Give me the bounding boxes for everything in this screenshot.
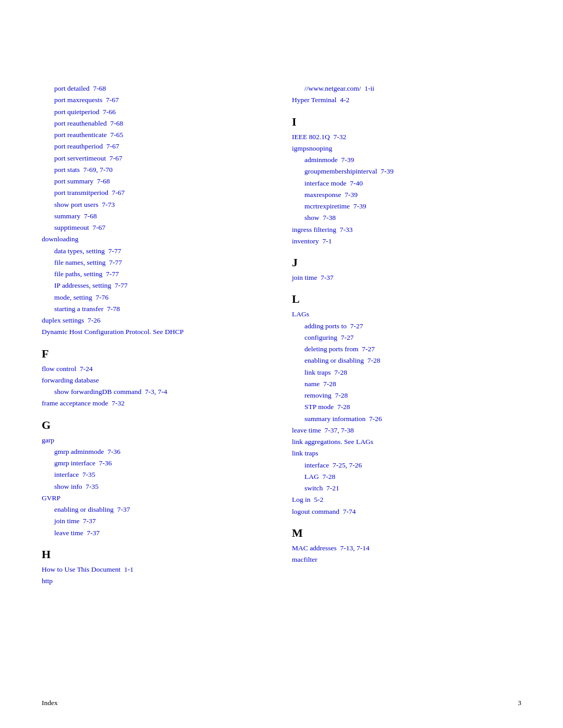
- list-item[interactable]: inventory 7-1: [292, 236, 521, 246]
- list-item[interactable]: summary 7-68: [42, 211, 271, 221]
- list-item[interactable]: mode, setting 7-76: [42, 292, 271, 303]
- section-letter-h: H: [42, 548, 271, 561]
- section-m: M MAC addresses 7-13, 7-14 macfilter: [292, 526, 521, 565]
- list-item[interactable]: adding ports to 7-27: [292, 321, 521, 331]
- section-letter-l: L: [292, 292, 521, 306]
- list-item[interactable]: garp: [42, 435, 271, 446]
- downloading-section: downloading data types, setting 7-77 fil…: [42, 234, 271, 314]
- list-item[interactable]: LAGs: [292, 309, 521, 319]
- list-item[interactable]: leave time 7-37, 7-38: [292, 425, 521, 436]
- list-item[interactable]: port quietperiod 7-66: [42, 107, 271, 117]
- list-item[interactable]: removing 7-28: [292, 390, 521, 401]
- list-item[interactable]: name 7-28: [292, 379, 521, 389]
- list-item[interactable]: enabling or disabling 7-28: [292, 355, 521, 366]
- list-item[interactable]: STP mode 7-28: [292, 402, 521, 412]
- section-letter-g: G: [42, 418, 271, 432]
- list-item[interactable]: file paths, setting 7-77: [42, 269, 271, 279]
- list-item[interactable]: MAC addresses 7-13, 7-14: [292, 543, 521, 553]
- misc-left: duplex settings 7-26 Dynamic Host Config…: [42, 315, 271, 338]
- list-item[interactable]: GVRP: [42, 493, 271, 503]
- section-letter-j: J: [292, 256, 521, 269]
- list-item[interactable]: port summary 7-68: [42, 176, 271, 187]
- list-item[interactable]: igmpsnooping: [292, 143, 521, 154]
- list-item[interactable]: port reauthenticate 7-65: [42, 130, 271, 140]
- list-item[interactable]: summary information 7-26: [292, 414, 521, 424]
- list-item[interactable]: adminmode 7-39: [292, 155, 521, 165]
- list-item[interactable]: port stats 7-69, 7-70: [42, 165, 271, 175]
- top-entries-right: //www.netgear.com/ 1-ii Hyper Terminal 4…: [292, 83, 521, 106]
- list-item[interactable]: interface 7-25, 7-26: [292, 460, 521, 471]
- list-item[interactable]: port reauthenabled 7-68: [42, 118, 271, 129]
- section-f: F flow control 7-24 forwarding database …: [42, 347, 271, 409]
- list-item[interactable]: link aggregations. See LAGs: [292, 437, 521, 447]
- list-item[interactable]: join time 7-37: [42, 516, 271, 526]
- list-item[interactable]: interface mode 7-40: [292, 178, 521, 189]
- section-g: G garp gmrp adminmode 7-36 gmrp interfac…: [42, 418, 271, 538]
- list-item[interactable]: port servertimeout 7-67: [42, 153, 271, 164]
- list-item[interactable]: duplex settings 7-26: [42, 315, 271, 326]
- right-column: //www.netgear.com/ 1-ii Hyper Terminal 4…: [292, 42, 521, 587]
- list-item[interactable]: mcrtrexpiretime 7-39: [292, 201, 521, 212]
- footer-left: Index: [42, 699, 58, 707]
- list-item[interactable]: macfilter: [292, 554, 521, 565]
- section-l: L LAGs adding ports to 7-27 configuring …: [292, 292, 521, 517]
- list-item[interactable]: Hyper Terminal 4-2: [292, 95, 521, 105]
- list-item[interactable]: supptimeout 7-67: [42, 223, 271, 233]
- list-item[interactable]: port maxrequests 7-67: [42, 95, 271, 105]
- list-item[interactable]: configuring 7-27: [292, 332, 521, 343]
- section-letter-f: F: [42, 347, 271, 361]
- list-item[interactable]: forwarding database: [42, 375, 271, 386]
- list-item[interactable]: show 7-38: [292, 213, 521, 223]
- list-item[interactable]: gmrp interface 7-36: [42, 458, 271, 468]
- list-item[interactable]: data types, setting 7-77: [42, 246, 271, 256]
- list-item[interactable]: leave time 7-37: [42, 528, 271, 538]
- list-item[interactable]: starting a transfer 7-78: [42, 304, 271, 314]
- list-item[interactable]: downloading: [42, 234, 271, 244]
- left-column: port detailed 7-68 port maxrequests 7-67…: [42, 42, 271, 587]
- list-item[interactable]: interface 7-35: [42, 470, 271, 480]
- list-item[interactable]: //www.netgear.com/ 1-ii: [292, 83, 521, 94]
- list-item[interactable]: LAG 7-28: [292, 472, 521, 482]
- list-item[interactable]: show forwardingDB command 7-3, 7-4: [42, 387, 271, 397]
- list-item[interactable]: switch 7-21: [292, 483, 521, 493]
- section-j: J join time 7-37: [292, 256, 521, 283]
- list-item[interactable]: enabling or disabling 7-37: [42, 504, 271, 515]
- section-letter-m: M: [292, 526, 521, 540]
- list-item[interactable]: link traps: [292, 448, 521, 459]
- list-item[interactable]: Dynamic Host Configuration Protocol. See…: [42, 327, 271, 337]
- list-item[interactable]: IP addresses, setting 7-77: [42, 280, 271, 291]
- list-item[interactable]: ingress filtering 7-33: [292, 225, 521, 235]
- list-item[interactable]: show info 7-35: [42, 482, 271, 492]
- section-h: H How to Use This Document 1-1 http: [42, 548, 271, 587]
- list-item[interactable]: file names, setting 7-77: [42, 257, 271, 268]
- list-item[interactable]: logout command 7-74: [292, 507, 521, 517]
- list-item[interactable]: IEEE 802.1Q 7-32: [292, 132, 521, 142]
- list-item[interactable]: frame acceptance mode 7-32: [42, 398, 271, 409]
- list-item[interactable]: show port users 7-73: [42, 200, 271, 210]
- list-item[interactable]: port reauthperiod 7-67: [42, 141, 271, 152]
- list-item[interactable]: maxresponse 7-39: [292, 190, 521, 200]
- list-item[interactable]: groupmembershipinterval 7-39: [292, 166, 521, 177]
- list-item[interactable]: Log in 5-2: [292, 495, 521, 505]
- footer: Index 3: [42, 699, 521, 707]
- list-item[interactable]: join time 7-37: [292, 273, 521, 283]
- list-item[interactable]: link traps 7-28: [292, 367, 521, 378]
- footer-right: 3: [518, 699, 521, 707]
- list-item[interactable]: flow control 7-24: [42, 364, 271, 374]
- list-item[interactable]: How to Use This Document 1-1: [42, 564, 271, 575]
- list-item[interactable]: port transmitperiod 7-67: [42, 188, 271, 198]
- top-entries-left: port detailed 7-68 port maxrequests 7-67…: [42, 83, 271, 233]
- list-item[interactable]: gmrp adminmode 7-36: [42, 447, 271, 457]
- list-item[interactable]: http: [42, 576, 271, 586]
- list-item[interactable]: deleting ports from 7-27: [292, 344, 521, 354]
- section-i: I IEEE 802.1Q 7-32 igmpsnooping adminmod…: [292, 115, 521, 247]
- list-item[interactable]: port detailed 7-68: [42, 83, 271, 94]
- section-letter-i: I: [292, 115, 521, 129]
